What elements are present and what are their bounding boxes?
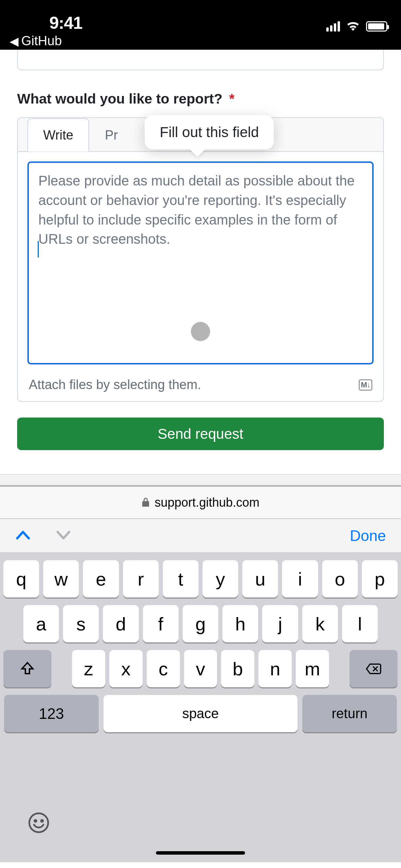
required-indicator: * xyxy=(229,91,234,107)
tab-preview[interactable]: Pr xyxy=(89,118,134,152)
key-h[interactable]: h xyxy=(222,605,258,642)
key-o[interactable]: o xyxy=(322,560,358,598)
editor-tabs: Write Pr Fill out this field xyxy=(18,118,383,152)
backspace-key[interactable] xyxy=(350,650,398,687)
back-to-app[interactable]: ◀ GitHub xyxy=(10,34,62,48)
space-key[interactable]: space xyxy=(104,695,297,732)
url-domain: support.github.com xyxy=(155,495,259,510)
lock-icon xyxy=(142,495,150,510)
key-e[interactable]: e xyxy=(83,560,119,598)
home-indicator[interactable] xyxy=(156,851,245,855)
field-label-text: What would you like to report? xyxy=(17,91,222,107)
return-key[interactable]: return xyxy=(302,695,397,732)
key-q[interactable]: q xyxy=(3,560,39,598)
numbers-key[interactable]: 123 xyxy=(4,695,99,732)
editor-box: Write Pr Fill out this field Attach file… xyxy=(17,117,384,402)
key-n[interactable]: n xyxy=(258,650,292,687)
key-l[interactable]: l xyxy=(342,605,378,642)
prev-field-button[interactable] xyxy=(15,530,31,542)
back-caret-icon: ◀ xyxy=(10,34,19,48)
key-i[interactable]: i xyxy=(282,560,318,598)
validation-tooltip: Fill out this field xyxy=(145,115,274,149)
key-g[interactable]: g xyxy=(183,605,218,642)
key-b[interactable]: b xyxy=(221,650,254,687)
battery-icon xyxy=(366,21,387,32)
keyboard-accessory: Done xyxy=(0,519,401,553)
key-c[interactable]: c xyxy=(147,650,180,687)
emoji-key[interactable] xyxy=(27,811,50,835)
key-f[interactable]: f xyxy=(143,605,179,642)
spacer xyxy=(0,475,401,485)
key-y[interactable]: y xyxy=(203,560,238,598)
key-m[interactable]: m xyxy=(296,650,329,687)
keyboard: q w e r t y u i o p a s d f g h j k l z … xyxy=(0,553,401,862)
key-a[interactable]: a xyxy=(23,605,59,642)
markdown-icon[interactable]: M↓ xyxy=(359,379,372,390)
status-icons xyxy=(326,21,387,32)
key-k[interactable]: k xyxy=(302,605,338,642)
status-bar: 9:41 ◀ GitHub xyxy=(0,0,401,50)
wifi-icon xyxy=(346,21,360,32)
key-w[interactable]: w xyxy=(43,560,79,598)
field-label: What would you like to report? * xyxy=(17,91,384,107)
key-u[interactable]: u xyxy=(242,560,278,598)
send-request-button[interactable]: Send request xyxy=(17,418,384,450)
keyboard-row-4: 123 space return xyxy=(3,695,398,732)
back-app-label: GitHub xyxy=(21,34,62,48)
key-j[interactable]: j xyxy=(262,605,298,642)
touch-indicator xyxy=(191,322,210,341)
cellular-signal-icon xyxy=(326,21,340,32)
key-x[interactable]: x xyxy=(109,650,143,687)
text-cursor xyxy=(38,241,39,257)
keyboard-row-3: z x c v b n m xyxy=(3,650,398,687)
svg-point-1 xyxy=(35,820,37,822)
key-p[interactable]: p xyxy=(362,560,398,598)
attach-hint[interactable]: Attach files by selecting them. xyxy=(29,377,201,392)
key-r[interactable]: r xyxy=(123,560,159,598)
key-s[interactable]: s xyxy=(63,605,99,642)
shift-key[interactable] xyxy=(3,650,51,687)
url-bar[interactable]: support.github.com xyxy=(0,487,401,518)
keyboard-row-2: a s d f g h j k l xyxy=(3,605,398,642)
svg-point-0 xyxy=(29,813,48,832)
keyboard-row-1: q w e r t y u i o p xyxy=(3,560,398,598)
next-field-button[interactable] xyxy=(56,530,71,542)
key-d[interactable]: d xyxy=(103,605,138,642)
page-content: What would you like to report? * Write P… xyxy=(0,50,401,474)
tab-write[interactable]: Write xyxy=(27,118,89,152)
status-time: 9:41 xyxy=(49,13,82,33)
svg-point-2 xyxy=(41,820,43,822)
key-v[interactable]: v xyxy=(184,650,217,687)
key-z[interactable]: z xyxy=(72,650,105,687)
keyboard-done-button[interactable]: Done xyxy=(350,527,386,544)
key-t[interactable]: t xyxy=(163,560,198,598)
previous-field-box xyxy=(17,50,384,70)
